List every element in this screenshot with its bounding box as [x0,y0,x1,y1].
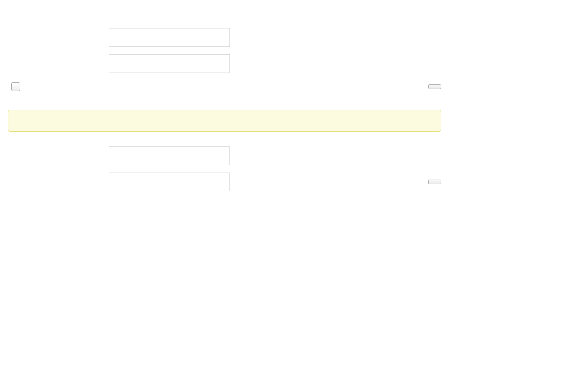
login-button[interactable] [428,84,441,89]
register-email-input[interactable] [109,173,230,191]
register-username-input[interactable] [109,147,230,165]
login-username-row [8,28,441,47]
register-button[interactable] [428,180,441,184]
login-section [8,28,441,191]
login-password-input[interactable] [109,54,230,73]
login-username-input[interactable] [109,28,230,47]
register-email-row [8,173,441,191]
keep-signed-in-checkbox[interactable] [11,82,20,91]
register-notice [8,110,441,132]
keep-signed-in-row [8,82,441,91]
login-password-row [8,54,441,73]
register-username-row [8,147,441,165]
